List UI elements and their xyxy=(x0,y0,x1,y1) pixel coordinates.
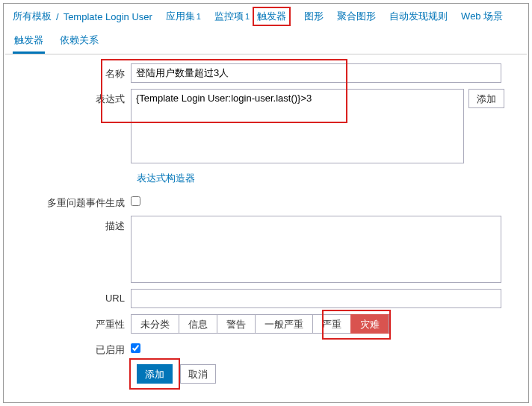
url-input[interactable] xyxy=(131,289,501,308)
severity-label: 严重性 xyxy=(13,314,131,331)
description-input[interactable] xyxy=(131,216,501,283)
severity-average[interactable]: 一般严重 xyxy=(255,314,312,334)
nav-triggers[interactable]: 触发器 xyxy=(253,7,291,26)
submit-button[interactable]: 添加 xyxy=(137,364,173,384)
multiple-label: 多重问题事件生成 xyxy=(13,193,131,210)
nav-items[interactable]: 监控项 1 xyxy=(214,10,250,23)
tabs: 触发器 依赖关系 xyxy=(5,28,527,54)
tab-dependencies[interactable]: 依赖关系 xyxy=(58,28,100,54)
nav-web[interactable]: Web 场景 xyxy=(461,10,503,23)
severity-group: 未分类 信息 警告 一般严重 严重 灾难 xyxy=(131,314,389,334)
description-label: 描述 xyxy=(13,216,131,233)
name-input[interactable] xyxy=(131,63,501,83)
severity-warning[interactable]: 警告 xyxy=(217,314,255,334)
severity-high[interactable]: 严重 xyxy=(312,314,350,334)
enabled-checkbox[interactable] xyxy=(131,343,140,353)
name-label: 名称 xyxy=(13,63,131,81)
breadcrumb: 所有模板 / Template Login User 应用集 1 监控项 1 触… xyxy=(5,5,527,28)
expression-input[interactable] xyxy=(131,89,464,163)
tab-trigger[interactable]: 触发器 xyxy=(13,28,45,54)
breadcrumb-template[interactable]: Template Login User xyxy=(64,11,152,22)
expression-label: 表达式 xyxy=(13,89,131,106)
nav-screens[interactable]: 聚合图形 xyxy=(337,10,376,23)
severity-information[interactable]: 信息 xyxy=(179,314,217,334)
multiple-checkbox[interactable] xyxy=(131,196,140,206)
url-label: URL xyxy=(13,289,131,304)
cancel-button[interactable]: 取消 xyxy=(180,364,216,384)
expression-add-button[interactable]: 添加 xyxy=(468,89,504,108)
severity-disaster[interactable]: 灾难 xyxy=(350,314,389,334)
enabled-label: 已启用 xyxy=(13,340,131,357)
nav-discovery[interactable]: 自动发现规则 xyxy=(389,10,448,23)
breadcrumb-separator: / xyxy=(56,11,59,22)
breadcrumb-root[interactable]: 所有模板 xyxy=(13,10,52,23)
nav-applications[interactable]: 应用集 1 xyxy=(166,10,201,23)
nav-graphs[interactable]: 图形 xyxy=(304,10,324,23)
severity-not-classified[interactable]: 未分类 xyxy=(131,314,179,334)
expression-builder-link[interactable]: 表达式构造器 xyxy=(137,172,195,184)
